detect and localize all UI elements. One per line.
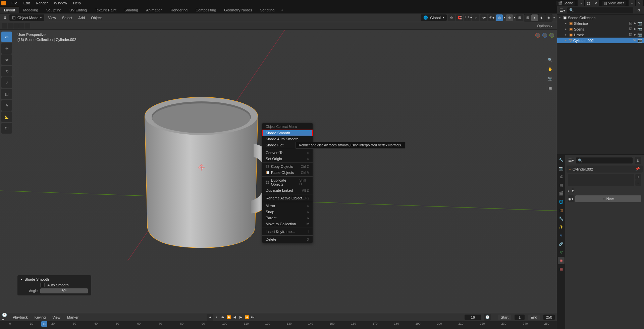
zoom-icon[interactable]: 🔍: [546, 56, 554, 64]
header-view[interactable]: View: [46, 15, 58, 20]
tab-texture-paint[interactable]: Texture Paint: [91, 7, 120, 13]
viewlayer-selector[interactable]: ▤ ViewLayer: [602, 1, 626, 6]
select-box-tool[interactable]: ▭: [1, 32, 12, 42]
camera-icon[interactable]: 📷: [637, 21, 642, 26]
prop-tab-modifier[interactable]: 🔧: [558, 215, 565, 222]
context-menu-item[interactable]: Set Origin▸: [262, 156, 313, 162]
proportional-options-icon[interactable]: ∩▾: [480, 14, 487, 21]
tab-add-workspace[interactable]: +: [278, 7, 286, 13]
chevron-down-icon[interactable]: ▸: [568, 189, 571, 193]
cursor-tool[interactable]: ✢: [1, 43, 12, 54]
xray-icon[interactable]: ⊞: [516, 14, 523, 21]
prop-editor-icon[interactable]: ☰▾: [568, 157, 574, 163]
measure-tool[interactable]: 📐: [1, 111, 12, 122]
context-menu-item[interactable]: Insert Keyframe...I: [262, 229, 313, 235]
persp-ortho-icon[interactable]: ▦: [546, 84, 554, 92]
eye-icon[interactable]: 👁: [633, 38, 636, 43]
shading-wireframe-icon[interactable]: ⊞: [524, 14, 531, 21]
new-material-button[interactable]: +New: [575, 195, 641, 202]
context-menu-item[interactable]: Rename Active Object...F2: [262, 195, 313, 201]
play-icon[interactable]: ▶: [238, 315, 244, 320]
timeline-ruler[interactable]: 0102030405060708090100110120130140150160…: [0, 321, 557, 329]
tab-compositing[interactable]: Compositing: [192, 7, 220, 13]
overlay-toggle-icon[interactable]: ⊕: [506, 14, 513, 21]
expand-icon[interactable]: ▸: [565, 28, 568, 31]
start-frame-input[interactable]: 1: [515, 315, 525, 320]
prop-tab-texture[interactable]: ▦: [558, 265, 565, 273]
options-button[interactable]: Options ▾: [534, 23, 555, 29]
select-mode-2-icon[interactable]: [8, 23, 13, 29]
mug-object[interactable]: [141, 93, 282, 254]
visibility-icon[interactable]: 👁▾: [488, 14, 495, 21]
select-mode-4-icon[interactable]: [19, 23, 24, 29]
tab-geometry-nodes[interactable]: Geometry Nodes: [220, 7, 256, 13]
tab-rendering[interactable]: Rendering: [166, 7, 192, 13]
outliner-editor-icon[interactable]: ☰▾: [559, 7, 565, 13]
auto-smooth-checkbox[interactable]: [40, 283, 45, 287]
arrow-icon[interactable]: ➤: [633, 33, 636, 37]
outliner-row[interactable]: ▸▣Sklenice☑➤📷: [557, 20, 644, 26]
operator-panel[interactable]: ▾ Shade Smooth Auto Smooth Angle 30°: [17, 275, 91, 295]
camera-icon[interactable]: 📷: [637, 27, 642, 31]
keyframe-prev-icon[interactable]: ⏪: [226, 315, 231, 320]
menu-edit[interactable]: Edit: [21, 0, 33, 6]
outliner-row[interactable]: ▸▽Cylinder.002👁📷: [557, 38, 644, 43]
expand-icon[interactable]: ▸: [565, 33, 568, 36]
frame-lock-icon[interactable]: 🕓: [484, 314, 491, 321]
filter-icon[interactable]: ⚙: [635, 7, 642, 14]
select-mode-5-icon[interactable]: [25, 23, 30, 29]
camera-icon[interactable]: 📷: [546, 75, 554, 83]
prop-tab-tool[interactable]: 🔧: [558, 156, 565, 163]
outliner-row[interactable]: ▸▣Scena☑➤📷: [557, 26, 644, 32]
checkbox-icon[interactable]: ☑: [629, 33, 632, 37]
tab-layout[interactable]: Layout: [0, 7, 19, 13]
prop-tab-object[interactable]: ◫: [558, 206, 565, 214]
tab-uv-editing[interactable]: UV Editing: [65, 7, 91, 13]
pan-icon[interactable]: ✋: [546, 65, 554, 73]
scale-tool[interactable]: ⤢: [1, 77, 12, 88]
arrow-icon[interactable]: ➤: [633, 27, 636, 31]
context-menu-item[interactable]: Shade Auto Smooth: [262, 136, 313, 142]
y-neg-axis-icon[interactable]: [549, 33, 554, 38]
context-menu-item[interactable]: Convert To▸: [262, 150, 313, 156]
tab-shading[interactable]: Shading: [120, 7, 142, 13]
material-browse-icon[interactable]: ◉▾: [568, 195, 574, 202]
context-menu-item[interactable]: DeleteX: [262, 236, 313, 242]
prop-tab-output[interactable]: 🖨: [558, 173, 565, 180]
expand-icon[interactable]: ▸: [565, 22, 568, 25]
timeline-editor-icon[interactable]: 🕒▾: [2, 314, 8, 320]
checkbox-icon[interactable]: ☑: [629, 27, 632, 31]
viewlayer-new-icon[interactable]: ▫: [629, 0, 635, 6]
context-menu-item[interactable]: Move to CollectionM: [262, 221, 313, 227]
editor-type-icon[interactable]: ⬇: [2, 15, 8, 21]
shading-material-icon[interactable]: ◐: [538, 14, 545, 21]
camera-icon[interactable]: 📷: [637, 38, 642, 43]
expand-icon[interactable]: ▸: [565, 39, 568, 42]
prop-tab-particle[interactable]: ✨: [558, 223, 565, 231]
z-neg-axis-icon[interactable]: [542, 33, 547, 38]
prop-tab-mesh[interactable]: ▽: [558, 248, 565, 256]
header-object[interactable]: Object: [89, 15, 104, 20]
annotate-tool[interactable]: ✎: [1, 100, 12, 111]
viewport[interactable]: ▭ ✢ ✥ ⟲ ⤢ ◫ ✎ 📐 ⬚ User Perspective (16) …: [0, 30, 557, 313]
context-menu-item[interactable]: Shade Smooth: [262, 130, 313, 136]
prop-tab-render[interactable]: 📷: [558, 164, 565, 172]
context-menu-item[interactable]: ⿻Copy ObjectsCtrl C: [262, 163, 313, 170]
prop-tab-physics[interactable]: ⚛: [558, 232, 565, 239]
scene-delete-icon[interactable]: ✕: [592, 0, 599, 6]
angle-input[interactable]: 30°: [40, 288, 88, 293]
tab-sculpting[interactable]: Sculpting: [42, 7, 65, 13]
scene-copy-icon[interactable]: ⿻: [585, 0, 592, 6]
outliner-search[interactable]: 🔍: [567, 7, 633, 13]
menu-help[interactable]: Help: [70, 0, 84, 6]
select-mode-3-icon[interactable]: [13, 23, 19, 29]
expand-icon[interactable]: ▾: [559, 16, 562, 19]
prop-tab-scene[interactable]: 🎬: [558, 190, 565, 197]
timeline-keying[interactable]: Keying: [33, 315, 48, 320]
timeline-view[interactable]: View: [50, 315, 62, 320]
timeline-playback[interactable]: Playback: [11, 315, 30, 320]
proportional-icon[interactable]: ○: [472, 14, 479, 21]
prop-tab-material[interactable]: ◉: [558, 257, 565, 264]
material-menu-icon[interactable]: ▾: [572, 188, 574, 193]
tab-modeling[interactable]: Modeling: [19, 7, 42, 13]
